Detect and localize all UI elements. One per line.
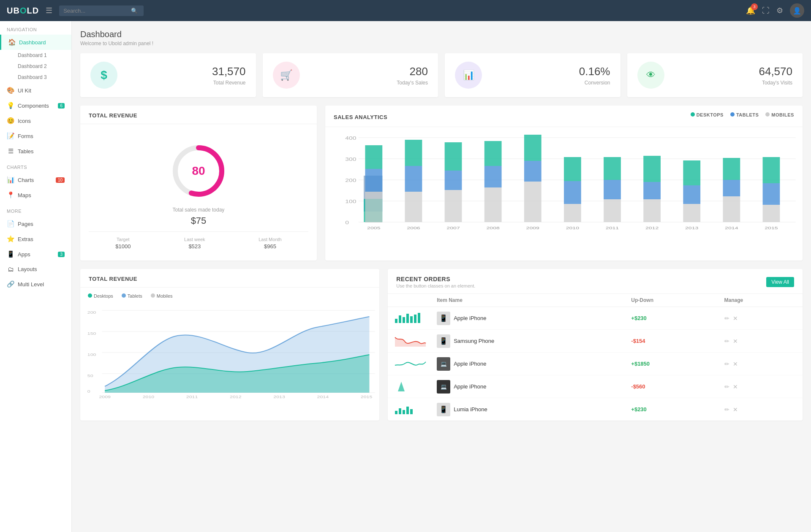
updown-cell-5: +$230 — [626, 398, 719, 421]
area-legend-mobiles: Mobiles — [151, 293, 173, 299]
table-row: 📱 Samsung Phone -$154 ✏ ✕ — [388, 330, 803, 353]
view-all-button[interactable]: View All — [766, 277, 794, 287]
delete-icon-2[interactable]: ✕ — [733, 338, 738, 345]
svg-rect-90 — [406, 407, 409, 414]
revenue-info: 31,570 Total Revenue — [212, 65, 246, 86]
sidebar-item-charts[interactable]: 📊 Charts 10 — [0, 172, 71, 187]
table-row: 💻 Apple iPhone +$1850 ✏ ✕ — [388, 353, 803, 375]
delete-icon-5[interactable]: ✕ — [733, 406, 738, 413]
sidebar-item-extras[interactable]: ⭐ Extras — [0, 231, 71, 247]
sidebar-item-pages[interactable]: 📄 Pages — [0, 216, 71, 231]
sidebar-label-apps: Apps — [18, 251, 30, 258]
area-chart-title: TOTAL REVENUE — [89, 276, 137, 282]
item-name-cell-3: 💻 Apple iPhone — [432, 353, 626, 375]
charts-badge: 10 — [56, 177, 65, 183]
visits-value: 64,570 — [759, 65, 792, 78]
donut-stat-target: Target $1000 — [115, 237, 131, 250]
svg-rect-34 — [524, 182, 542, 222]
lastmonth-value: $965 — [259, 243, 281, 250]
search-box[interactable]: 🔍 — [59, 5, 144, 16]
col-manage: Manage — [719, 294, 803, 307]
item-thumb-2: 📱 — [437, 334, 450, 348]
sidebar-item-dashboard[interactable]: 🏠 Dashboard — [0, 35, 71, 50]
avatar[interactable]: 👤 — [790, 3, 804, 18]
updown-cell-2: -$154 — [626, 330, 719, 353]
svg-text:2014: 2014 — [725, 226, 738, 231]
menu-icon[interactable]: ☰ — [46, 6, 52, 15]
edit-icon-2[interactable]: ✏ — [724, 338, 729, 345]
page-subtitle: Welcome to Ubold admin panel ! — [80, 41, 803, 46]
sidebar-item-tables[interactable]: ☰ Tables — [0, 144, 71, 159]
delete-icon-4[interactable]: ✕ — [733, 383, 738, 390]
svg-text:2014: 2014 — [317, 395, 329, 399]
sidebar-item-layouts[interactable]: 🗂 Layouts — [0, 262, 71, 277]
page-header: Dashboard Welcome to Ubold admin panel ! — [80, 30, 803, 46]
sidebar-item-forms[interactable]: 📝 Forms — [0, 128, 71, 144]
extras-icon: ⭐ — [7, 235, 14, 243]
spark-svg-2 — [393, 334, 427, 347]
sales-analytics-header: SALES ANALYTICS Desktops Tablets Mobiles — [325, 106, 803, 127]
edit-icon-3[interactable]: ✏ — [724, 361, 729, 367]
settings-button[interactable]: ⚙ — [776, 6, 783, 15]
svg-rect-87 — [395, 411, 397, 414]
svg-rect-83 — [410, 316, 413, 323]
svg-rect-46 — [643, 199, 661, 222]
area-chart-header: TOTAL REVENUE — [80, 269, 379, 288]
svg-rect-79 — [395, 319, 397, 323]
stat-card-conversion: 📊 0.16% Conversion — [445, 53, 620, 97]
sidebar-item-icons[interactable]: 😊 Icons — [0, 113, 71, 128]
fullscreen-button[interactable]: ⛶ — [762, 6, 770, 15]
conversion-value: 0.16% — [579, 65, 610, 78]
topbar-right: 🔔 3 ⛶ ⚙ 👤 — [746, 3, 804, 18]
spark-cell-2 — [388, 330, 432, 353]
svg-text:400: 400 — [345, 136, 356, 141]
spark-svg-1 — [393, 311, 427, 324]
svg-rect-84 — [414, 315, 416, 323]
sidebar-label-multilevel: Multi Level — [18, 281, 44, 288]
notification-button[interactable]: 🔔 3 — [746, 6, 755, 15]
charts-icon: 📊 — [7, 176, 14, 184]
item-thumb-5: 📱 — [437, 403, 450, 416]
sidebar-label-components: Components — [18, 103, 49, 109]
multilevel-icon: 🔗 — [7, 280, 14, 288]
visits-label: Today's Visits — [759, 80, 792, 86]
visits-icon-wrap: 👁 — [637, 62, 664, 89]
sidebar-item-maps[interactable]: 📍 Maps — [0, 187, 71, 203]
recent-orders-title-group: Recent Orders Use the button classes on … — [396, 276, 475, 288]
sidebar-item-multilevel[interactable]: 🔗 Multi Level — [0, 277, 71, 292]
sidebar-item-apps[interactable]: 📱 Apps 3 — [0, 247, 71, 262]
sidebar-item-dashboard2[interactable]: Dashboard 2 — [18, 61, 71, 72]
edit-icon-5[interactable]: ✏ — [724, 406, 729, 413]
target-label: Target — [115, 237, 131, 242]
sidebar-item-uikit[interactable]: 🎨 UI Kit — [0, 83, 71, 98]
svg-text:100: 100 — [87, 353, 96, 357]
search-input[interactable] — [63, 8, 131, 14]
svg-text:2011: 2011 — [606, 226, 619, 231]
item-name-5: Lumia iPhone — [454, 406, 487, 413]
svg-text:200: 200 — [345, 178, 356, 183]
edit-icon-1[interactable]: ✏ — [724, 315, 729, 322]
svg-rect-50 — [683, 204, 700, 222]
sidebar-item-components[interactable]: 💡 Components 6 — [0, 98, 71, 113]
svg-text:2005: 2005 — [367, 226, 381, 231]
sales-icon-wrap: 🛒 — [273, 62, 300, 89]
sales-info: 280 Today's Sales — [397, 65, 428, 86]
svg-text:2009: 2009 — [526, 226, 540, 231]
svg-text:2008: 2008 — [486, 226, 500, 231]
sidebar: Navigation 🏠 Dashboard Dashboard 1 Dashb… — [0, 21, 72, 532]
delete-icon-1[interactable]: ✕ — [733, 315, 738, 322]
maps-icon: 📍 — [7, 191, 14, 199]
stat-cards: $ 31,570 Total Revenue 🛒 280 Today's Sal… — [80, 53, 803, 97]
delete-icon-3[interactable]: ✕ — [733, 361, 738, 367]
recent-orders-body: Item Name Up-Down Manage — [388, 294, 803, 421]
sidebar-item-dashboard3[interactable]: Dashboard 3 — [18, 72, 71, 83]
edit-icon-4[interactable]: ✏ — [724, 383, 729, 390]
orders-table-body: 📱 Apple iPhone +$230 ✏ ✕ — [388, 307, 803, 421]
svg-rect-59 — [763, 183, 780, 205]
recent-orders-subtitle: Use the button classes on an element. — [396, 283, 475, 288]
sidebar-item-dashboard1[interactable]: Dashboard 1 — [18, 50, 71, 61]
item-name-cell: 📱 Apple iPhone — [432, 307, 626, 330]
spark-cell-3 — [388, 353, 432, 375]
svg-rect-44 — [604, 157, 621, 180]
svg-text:2011: 2011 — [186, 395, 198, 399]
